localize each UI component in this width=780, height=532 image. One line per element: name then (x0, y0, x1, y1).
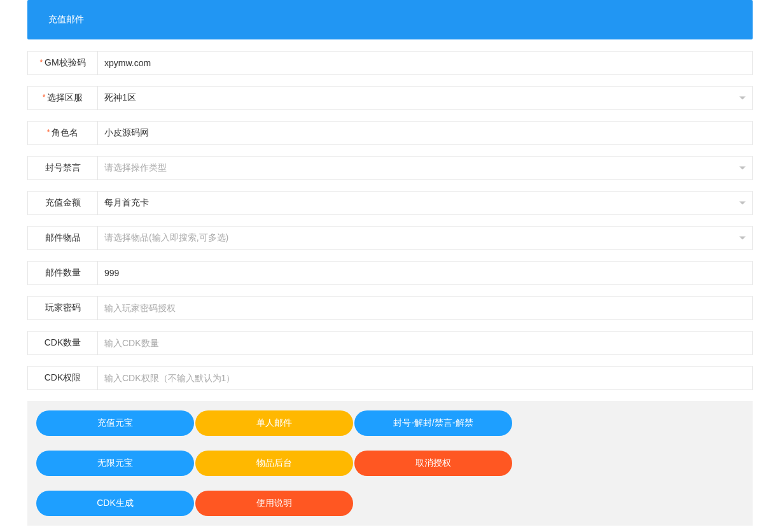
label-password: 玩家密码 (27, 296, 97, 320)
item-backstage-button[interactable]: 物品后台 (195, 451, 353, 476)
field-cdk-num: CDK数量 (27, 331, 753, 355)
label-zone: * 选择区服 (27, 86, 97, 110)
label-password-text: 玩家密码 (45, 302, 81, 314)
select-recharge[interactable]: 每月首充卡 (97, 191, 753, 215)
select-zone-value: 死神1区 (104, 92, 136, 104)
recharge-yuanbao-button[interactable]: 充值元宝 (36, 410, 194, 436)
label-role: * 角色名 (27, 121, 97, 145)
header-banner: 充值邮件 (27, 0, 753, 39)
label-cdk-num-text: CDK数量 (45, 337, 81, 349)
field-count: 邮件数量 (27, 261, 753, 285)
field-password: 玩家密码 (27, 296, 753, 320)
label-gm-code: * GM校验码 (27, 51, 97, 75)
label-count: 邮件数量 (27, 261, 97, 285)
field-role: * 角色名 (27, 121, 753, 145)
usage-instructions-button[interactable]: 使用说明 (195, 491, 353, 516)
input-gm-code[interactable] (97, 51, 753, 75)
single-mail-button[interactable]: 单人邮件 (195, 410, 353, 436)
chevron-down-icon (739, 237, 746, 240)
select-recharge-value: 每月首充卡 (104, 197, 149, 209)
label-ban-text: 封号禁言 (45, 162, 81, 174)
select-items[interactable]: 请选择物品(输入即搜索,可多选) (97, 226, 753, 250)
input-password[interactable] (97, 296, 753, 320)
chevron-down-icon (739, 202, 746, 205)
field-zone: * 选择区服 死神1区 (27, 86, 753, 110)
input-cdk-num[interactable] (97, 331, 753, 355)
label-role-text: 角色名 (52, 127, 78, 139)
label-cdk-perm-text: CDK权限 (45, 372, 81, 384)
field-gm-code: * GM校验码 (27, 51, 753, 75)
input-role[interactable] (97, 121, 753, 145)
field-recharge: 充值金额 每月首充卡 (27, 191, 753, 215)
select-items-placeholder: 请选择物品(输入即搜索,可多选) (104, 232, 228, 244)
label-gm-code-text: GM校验码 (45, 57, 86, 69)
label-zone-text: 选择区服 (47, 92, 83, 104)
label-cdk-perm: CDK权限 (27, 366, 97, 390)
select-zone[interactable]: 死神1区 (97, 86, 753, 110)
label-items-text: 邮件物品 (45, 232, 81, 244)
header-title: 充值邮件 (48, 14, 84, 25)
unlimited-yuanbao-button[interactable]: 无限元宝 (36, 451, 194, 476)
page-container: 充值邮件 * GM校验码 * 选择区服 死神1区 * 角色名 封号禁言 请选择操… (27, 0, 753, 532)
input-cdk-perm[interactable] (97, 366, 753, 390)
cancel-auth-button[interactable]: 取消授权 (354, 451, 512, 476)
label-recharge: 充值金额 (27, 191, 97, 215)
required-mark: * (39, 58, 43, 67)
field-cdk-perm: CDK权限 (27, 366, 753, 390)
input-count[interactable] (97, 261, 753, 285)
label-items: 邮件物品 (27, 226, 97, 250)
select-ban-placeholder: 请选择操作类型 (104, 162, 167, 174)
select-ban[interactable]: 请选择操作类型 (97, 156, 753, 180)
required-mark: * (43, 93, 46, 102)
field-ban: 封号禁言 请选择操作类型 (27, 156, 753, 180)
cdk-generate-button[interactable]: CDK生成 (36, 491, 194, 516)
chevron-down-icon (739, 167, 746, 170)
chevron-down-icon (739, 97, 746, 100)
label-count-text: 邮件数量 (45, 267, 81, 279)
label-ban: 封号禁言 (27, 156, 97, 180)
required-mark: * (47, 128, 50, 137)
label-recharge-text: 充值金额 (45, 197, 81, 209)
ban-manage-button[interactable]: 封号-解封/禁言-解禁 (354, 410, 512, 436)
label-cdk-num: CDK数量 (27, 331, 97, 355)
button-section: 充值元宝 单人邮件 封号-解封/禁言-解禁 无限元宝 物品后台 取消授权 CDK… (27, 401, 753, 526)
field-items: 邮件物品 请选择物品(输入即搜索,可多选) (27, 226, 753, 250)
